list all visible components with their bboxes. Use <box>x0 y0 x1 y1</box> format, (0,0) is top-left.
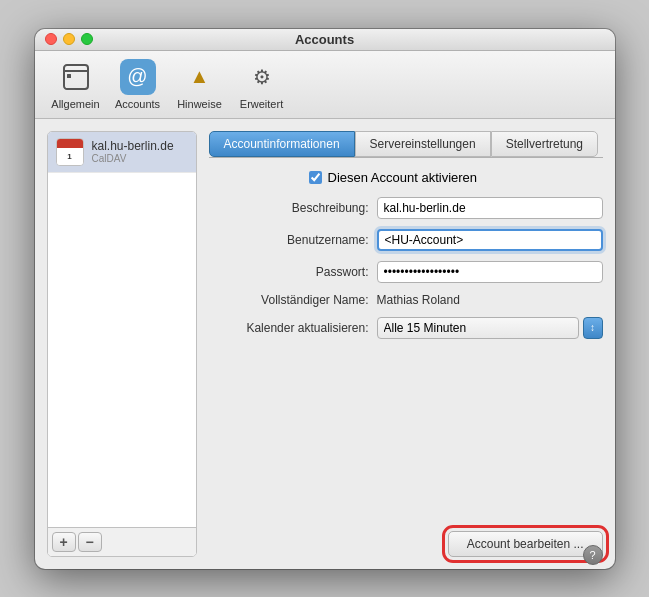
activate-row: Diesen Account aktivieren <box>209 170 603 185</box>
remove-account-button[interactable]: − <box>78 532 102 552</box>
toolbar-item-accounts[interactable]: @ Accounts <box>113 59 163 110</box>
toolbar-label-erweitert: Erweitert <box>240 98 283 110</box>
vollstaendiger-name-label: Vollständiger Name: <box>209 293 369 307</box>
toolbar: Allgemein @ Accounts ▲ Hinweise ⚙ Erweit… <box>35 51 615 119</box>
toolbar-item-erweitert[interactable]: ⚙ Erweitert <box>237 59 287 110</box>
tab-accountinformationen[interactable]: Accountinformationen <box>209 131 355 157</box>
sidebar-item-info: kal.hu-berlin.de CalDAV <box>92 139 174 164</box>
sidebar: 1 kal.hu-berlin.de CalDAV + − <box>47 131 197 557</box>
hinweise-icon: ▲ <box>182 59 218 95</box>
window-title: Accounts <box>295 32 354 47</box>
tab-servereinstellungen[interactable]: Servereinstellungen <box>355 131 491 157</box>
passwort-row: Passwort: <box>209 261 603 283</box>
passwort-label: Passwort: <box>209 265 369 279</box>
toolbar-label-allgemein: Allgemein <box>51 98 99 110</box>
benutzername-row: Benutzername: <box>209 229 603 251</box>
kalender-select[interactable]: Alle 15 Minuten Alle 5 Minuten Alle 30 M… <box>377 317 579 339</box>
benutzername-label: Benutzername: <box>209 233 369 247</box>
content-area: 1 kal.hu-berlin.de CalDAV + − Accountinf… <box>35 119 615 569</box>
bottom-actions: Account bearbeiten ... ? <box>209 519 603 557</box>
toolbar-item-hinweise[interactable]: ▲ Hinweise <box>175 59 225 110</box>
accounts-icon: @ <box>120 59 156 95</box>
toolbar-label-accounts: Accounts <box>115 98 160 110</box>
sidebar-item-0[interactable]: 1 kal.hu-berlin.de CalDAV <box>48 132 196 173</box>
minimize-button[interactable] <box>63 33 75 45</box>
svg-rect-2 <box>67 74 71 78</box>
tab-stellvertretung[interactable]: Stellvertretung <box>491 131 598 157</box>
beschreibung-label: Beschreibung: <box>209 201 369 215</box>
vollstaendiger-name-value: Mathias Roland <box>377 293 460 307</box>
sidebar-footer: + − <box>48 527 196 556</box>
maximize-button[interactable] <box>81 33 93 45</box>
activate-checkbox[interactable] <box>309 171 322 184</box>
passwort-input[interactable] <box>377 261 603 283</box>
activate-label: Diesen Account aktivieren <box>328 170 478 185</box>
sidebar-list: 1 kal.hu-berlin.de CalDAV <box>48 132 196 527</box>
erweitert-icon: ⚙ <box>244 59 280 95</box>
main-panel: Accountinformationen Servereinstellungen… <box>209 131 603 557</box>
kalender-label: Kalender aktualisieren: <box>209 321 369 335</box>
close-button[interactable] <box>45 33 57 45</box>
toolbar-label-hinweise: Hinweise <box>177 98 222 110</box>
vollstaendiger-name-row: Vollständiger Name: Mathias Roland <box>209 293 603 307</box>
help-button[interactable]: ? <box>583 545 603 565</box>
form-area: Diesen Account aktivieren Beschreibung: … <box>209 170 603 557</box>
kalender-row: Kalender aktualisieren: Alle 15 Minuten … <box>209 317 603 339</box>
add-account-button[interactable]: + <box>52 532 76 552</box>
edit-account-button[interactable]: Account bearbeiten ... <box>448 531 603 557</box>
beschreibung-row: Beschreibung: <box>209 197 603 219</box>
sidebar-item-name: kal.hu-berlin.de <box>92 139 174 153</box>
beschreibung-input[interactable] <box>377 197 603 219</box>
tab-bar: Accountinformationen Servereinstellungen… <box>209 131 603 158</box>
select-arrow-icon: ↕ <box>583 317 603 339</box>
traffic-lights <box>45 33 93 45</box>
title-bar: Accounts <box>35 29 615 51</box>
calendar-icon: 1 <box>56 138 84 166</box>
sidebar-item-type: CalDAV <box>92 153 174 164</box>
benutzername-input[interactable] <box>377 229 603 251</box>
main-window: Accounts Allgemein @ Accounts ▲ <box>35 29 615 569</box>
toolbar-item-allgemein[interactable]: Allgemein <box>51 59 101 110</box>
allgemein-icon <box>58 59 94 95</box>
kalender-select-wrap: Alle 15 Minuten Alle 5 Minuten Alle 30 M… <box>377 317 603 339</box>
